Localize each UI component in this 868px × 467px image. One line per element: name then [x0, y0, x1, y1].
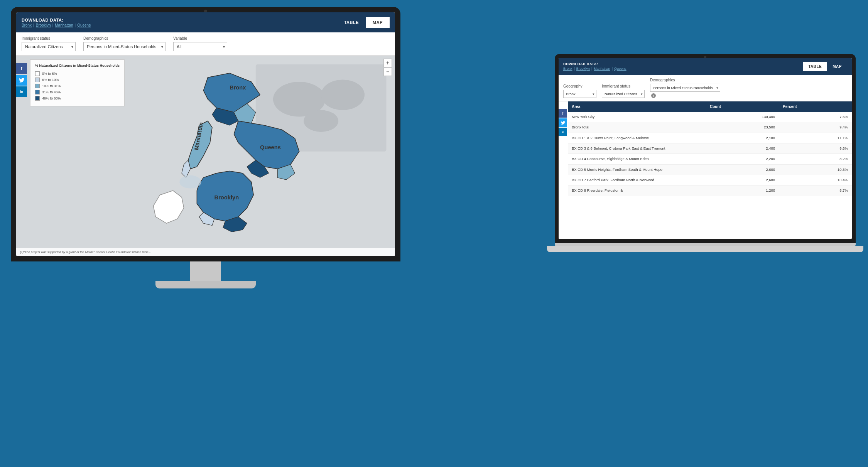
upper-bay	[179, 175, 201, 189]
desktop-select-variable-wrapper[interactable]: All Count Percent	[173, 42, 227, 51]
desktop-download-label: DOWNLOAD DATA:	[22, 18, 91, 22]
legend-label-3: 31% to 46%	[42, 90, 61, 94]
laptop-select-immigrant[interactable]: Naturalized Citizens Non-Citizens All Im…	[602, 90, 645, 98]
laptop-link-bronx[interactable]: Bronx	[563, 67, 572, 71]
desktop-facebook-button[interactable]: f	[16, 63, 27, 74]
laptop-data-table: Area Count Percent New York City 130,400…	[568, 101, 852, 239]
table-row: BX CD 5 Morris Heights, Fordham South & …	[568, 165, 852, 175]
td-count-2: 2,100	[706, 133, 779, 143]
table-body: New York City 130,400 7.5% Bronx total 2…	[568, 112, 852, 196]
laptop-select-immigrant-wrapper[interactable]: Naturalized Citizens Non-Citizens All Im…	[602, 90, 645, 98]
desktop-link-bronx[interactable]: Bronx	[22, 23, 32, 27]
desktop-select-immigrant-wrapper[interactable]: Naturalized Citizens Non-Citizens All Im…	[22, 42, 76, 51]
td-percent-5: 10.3%	[779, 165, 852, 175]
laptop-link-manhattan[interactable]: Manhattan	[594, 67, 610, 71]
desktop-download-links: Bronx | Brooklyn | Manhattan | Queens	[22, 23, 91, 27]
desktop-twitter-button[interactable]	[16, 75, 27, 86]
laptop-bezel: DOWNLOAD DATA: Bronx | Brooklyn | Manhat…	[555, 54, 856, 243]
desktop-select-variable[interactable]: All Count Percent	[173, 42, 227, 51]
td-area-7: BX CD 8 Riverdale, Fieldston &	[568, 185, 706, 196]
laptop-select-demographics[interactable]: Persons in Mixed-Status Households Total…	[650, 84, 720, 92]
laptop-twitter-button[interactable]	[559, 118, 567, 127]
laptop-link-queens[interactable]: Queens	[614, 67, 627, 71]
laptop-select-demographics-wrapper[interactable]: Persons in Mixed-Status Households Total…	[650, 84, 720, 92]
laptop-label-immigrant: Immigrant status	[602, 84, 645, 88]
desktop-control-demographics: Demographics Persons in Mixed-Status Hou…	[83, 36, 165, 51]
scene: DOWNLOAD DATA: Bronx | Brooklyn | Manhat…	[0, 0, 868, 467]
legend-label-2: 10% to 31%	[42, 84, 61, 88]
legend-swatch-0	[35, 71, 40, 76]
laptop-select-geography[interactable]: Bronx Brooklyn Manhattan Queens New York…	[563, 90, 596, 98]
td-area-5: BX CD 5 Morris Heights, Fordham South & …	[568, 165, 706, 175]
laptop-tab-map[interactable]: MAP	[827, 62, 847, 71]
zoom-in-button[interactable]: +	[383, 59, 392, 67]
desktop-select-demographics[interactable]: Persons in Mixed-Status Households Total…	[83, 42, 165, 51]
legend-swatch-2	[35, 84, 40, 88]
laptop-control-geography: Geography Bronx Brooklyn Manhattan Queen…	[563, 84, 596, 98]
table-row: BX CD 7 Bedford Park, Fordham North & No…	[568, 175, 852, 185]
desktop-select-demographics-wrapper[interactable]: Persons in Mixed-Status Households Total…	[83, 42, 165, 51]
laptop-base	[547, 246, 863, 252]
td-area-0: New York City	[568, 112, 706, 122]
table-col-percent: Percent	[779, 101, 852, 112]
demographics-info-icon[interactable]: i	[651, 93, 656, 98]
laptop-download-links: Bronx | Brooklyn | Manhattan | Queens	[563, 67, 627, 71]
continent-2	[321, 79, 365, 110]
td-count-6: 2,600	[706, 175, 779, 185]
desktop-tab-table[interactable]: TABLE	[337, 17, 366, 28]
td-percent-4: 8.2%	[779, 154, 852, 164]
laptop-label-demographics: Demographics	[650, 78, 720, 82]
td-percent-3: 9.6%	[779, 143, 852, 153]
legend-label-4: 46% to 63%	[42, 96, 61, 100]
desktop-link-queens[interactable]: Queens	[77, 23, 91, 27]
legend-item-2: 10% to 31%	[35, 84, 120, 88]
td-percent-0: 7.5%	[779, 112, 852, 122]
td-count-1: 23,500	[706, 122, 779, 132]
table-row: BX CD 1 & 2 Hunts Point, Longwood & Melr…	[568, 133, 852, 143]
table-row: BX CD 8 Riverdale, Fieldston & 1,200 5.7…	[568, 185, 852, 196]
laptop-control-demographics: Demographics Persons in Mixed-Status Hou…	[650, 78, 720, 98]
bronx-label: Bronx	[230, 84, 246, 91]
td-percent-1: 9.4%	[779, 122, 852, 132]
queens-label: Queens	[260, 144, 281, 150]
laptop-select-geography-wrapper[interactable]: Bronx Brooklyn Manhattan Queens New York…	[563, 90, 596, 98]
footer-text: [1]*The project was supported by a grant…	[20, 250, 151, 254]
td-count-3: 2,400	[706, 143, 779, 153]
desktop-link-manhattan[interactable]: Manhattan	[55, 23, 73, 27]
desktop-legend: % Naturalized Citizens in Mixed-Status H…	[30, 59, 125, 106]
desktop-control-variable: Variable All Count Percent	[173, 36, 227, 51]
table-col-area: Area	[568, 101, 706, 112]
table-row: BX CD 4 Concourse, Highbridge & Mount Ed…	[568, 154, 852, 164]
laptop-link-brooklyn[interactable]: Brooklyn	[576, 67, 590, 71]
desktop-linkedin-button[interactable]: in	[16, 86, 27, 97]
laptop-ui: DOWNLOAD DATA: Bronx | Brooklyn | Manhat…	[559, 58, 852, 239]
legend-label-0: 0% to 6%	[42, 72, 57, 76]
desktop-zoom-controls: + −	[383, 59, 392, 76]
laptop-screen: DOWNLOAD DATA: Bronx | Brooklyn | Manhat…	[559, 58, 852, 239]
td-area-6: BX CD 7 Bedford Park, Fordham North & No…	[568, 175, 706, 185]
laptop-tab-group: TABLE MAP	[803, 62, 847, 71]
desktop-tab-group: TABLE MAP	[337, 17, 390, 28]
td-area-1: Bronx total	[568, 122, 706, 132]
desktop-legend-title: % Naturalized Citizens in Mixed-Status H…	[35, 64, 120, 68]
legend-swatch-3	[35, 90, 40, 94]
laptop-camera	[704, 56, 706, 58]
zoom-out-button[interactable]: −	[383, 67, 392, 76]
laptop-facebook-button[interactable]: f	[559, 109, 567, 118]
td-count-4: 2,200	[706, 154, 779, 164]
legend-item-0: 0% to 6%	[35, 71, 120, 76]
laptop-hinge	[555, 243, 856, 246]
legend-swatch-4	[35, 96, 40, 101]
table-row: Bronx total 23,500 9.4%	[568, 122, 852, 133]
legend-label-1: 6% to 10%	[42, 78, 59, 82]
desktop-tab-map[interactable]: MAP	[366, 17, 390, 28]
desktop-select-immigrant[interactable]: Naturalized Citizens Non-Citizens All Im…	[22, 42, 76, 51]
table-row: BX CD 3 & 6 Belmont, Crotona Park East &…	[568, 143, 852, 154]
laptop-linkedin-button[interactable]: in	[559, 128, 567, 136]
td-count-0: 130,400	[706, 112, 779, 122]
laptop-download-section: DOWNLOAD DATA: Bronx | Brooklyn | Manhat…	[563, 62, 627, 71]
desktop-controls-bar: Immigrant status Naturalized Citizens No…	[16, 32, 395, 56]
desktop-link-brooklyn[interactable]: Brooklyn	[36, 23, 51, 27]
desktop-control-immigrant: Immigrant status Naturalized Citizens No…	[22, 36, 76, 51]
laptop-tab-table[interactable]: TABLE	[803, 62, 827, 71]
